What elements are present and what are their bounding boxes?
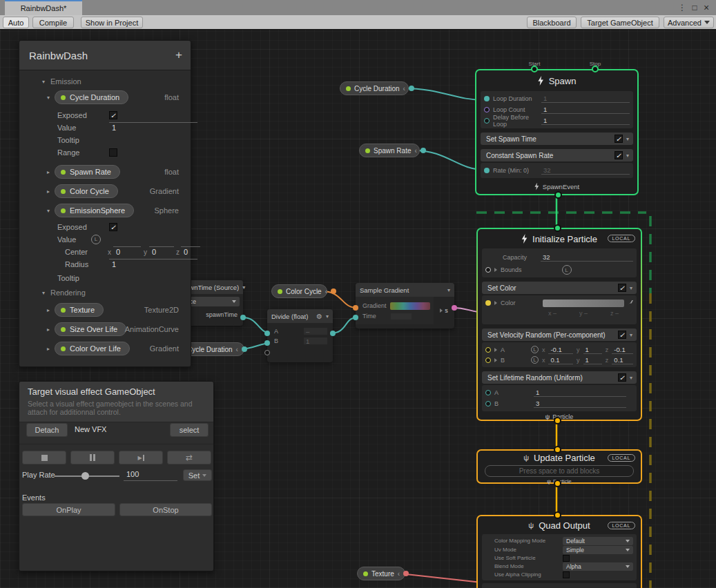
restart-button[interactable]: ⇄ bbox=[167, 451, 211, 464]
collapse-chevron-icon[interactable]: ▾ bbox=[447, 287, 450, 293]
param-pill[interactable]: Cycle Duration bbox=[55, 90, 128, 104]
set-color-chevron-icon[interactable]: ▾ bbox=[630, 285, 632, 291]
add-parameter-button[interactable]: + bbox=[175, 48, 182, 62]
stop-port[interactable] bbox=[592, 66, 599, 72]
gear-icon[interactable]: ⚙ bbox=[316, 313, 322, 320]
step-button[interactable]: ▶ bbox=[119, 451, 163, 464]
blackboard-toggle-button[interactable]: Blackboard bbox=[527, 17, 577, 28]
set-color-checkbox[interactable]: ✓ bbox=[618, 284, 626, 292]
velocity-b-link-icon[interactable]: L bbox=[531, 356, 539, 364]
pill-color-cycle[interactable]: Color Cycle ‹ bbox=[271, 284, 327, 298]
section-rendering[interactable]: ▾ Rendering bbox=[19, 288, 191, 297]
compile-button[interactable]: Compile bbox=[32, 17, 74, 28]
param-pill[interactable]: Color Cycle bbox=[55, 184, 118, 198]
pill-spawn-rate[interactable]: Spawn Rate ‹ bbox=[359, 144, 420, 157]
start-port[interactable] bbox=[531, 66, 538, 72]
delay-before-loop-field[interactable]: 1 bbox=[541, 117, 630, 125]
play-rate-value-field[interactable]: 100 bbox=[124, 470, 177, 481]
spawn-out-dot[interactable] bbox=[554, 191, 562, 199]
color-mapping-dropdown[interactable]: Default bbox=[563, 537, 633, 545]
lifetime-b-port[interactable] bbox=[485, 401, 491, 406]
velocity-b-x[interactable]: 0.1 bbox=[548, 356, 573, 364]
set-velocity-chevron-icon[interactable]: ▾ bbox=[630, 332, 632, 338]
loop-count-field[interactable]: 1 bbox=[541, 106, 630, 114]
param-chevron-icon[interactable]: ▾ bbox=[47, 95, 50, 101]
set-velocity-block[interactable]: Set Velocity Random (Per-component) ✓ ▾ bbox=[482, 329, 637, 341]
rate-port[interactable] bbox=[484, 168, 490, 173]
center-x-field[interactable]: 0 bbox=[113, 246, 141, 257]
set-spawn-time-chevron-icon[interactable]: ▾ bbox=[626, 136, 629, 142]
param-pill[interactable]: Color Over Life bbox=[55, 342, 130, 355]
velocity-b-y[interactable]: 1 bbox=[583, 356, 602, 364]
time-field[interactable] bbox=[391, 313, 412, 320]
range-checkbox[interactable] bbox=[109, 148, 117, 157]
section-chevron-icon[interactable]: ▾ bbox=[42, 79, 45, 85]
alpha-clipping-checkbox[interactable] bbox=[563, 571, 570, 578]
play-rate-slider-handle[interactable] bbox=[81, 472, 89, 480]
maximize-icon[interactable]: □ bbox=[690, 2, 699, 13]
update-in-dot[interactable] bbox=[554, 446, 561, 453]
gradient-input-port[interactable] bbox=[353, 305, 358, 311]
rate-field[interactable]: 32 bbox=[541, 166, 630, 175]
set-lifetime-block[interactable]: Set Lifetime Random (Uniform) ✓ ▾ bbox=[482, 371, 637, 384]
update-out-dot[interactable] bbox=[554, 480, 561, 487]
select-button[interactable]: select bbox=[170, 423, 209, 437]
gradient-preview-swatch[interactable] bbox=[390, 302, 430, 310]
pill-collapse-icon[interactable]: ‹ bbox=[403, 85, 405, 92]
pill-collapse-icon[interactable]: ‹ bbox=[414, 147, 416, 155]
param-pill[interactable]: EmissionSphere bbox=[55, 204, 134, 217]
param-chevron-icon[interactable]: ▸ bbox=[47, 346, 50, 352]
param-row-size-over-life[interactable]: ▸ Size Over Life AnimationCurve bbox=[19, 322, 191, 336]
update-particle-node[interactable]: ψ Update Particle LOCAL Press space to a… bbox=[476, 449, 642, 484]
bounds-link-icon[interactable]: L bbox=[562, 265, 572, 275]
onstop-button[interactable]: OnStop bbox=[119, 503, 212, 516]
param-pill[interactable]: Texture bbox=[55, 303, 104, 317]
color-gradient-field[interactable] bbox=[543, 300, 624, 307]
blackboard-header[interactable]: RainbwDash + bbox=[19, 41, 191, 70]
param-row-color-cycle[interactable]: ▸ Color Cycle Gradient bbox=[19, 184, 191, 198]
auto-button[interactable]: Auto bbox=[3, 17, 29, 28]
divide-b-port[interactable] bbox=[264, 340, 270, 346]
set-velocity-checkbox[interactable]: ✓ bbox=[618, 331, 626, 339]
pill-collapse-icon[interactable]: ‹ bbox=[398, 570, 400, 578]
color-expander-icon[interactable] bbox=[494, 301, 497, 305]
pill-output-port[interactable] bbox=[420, 148, 426, 153]
bounds-expander-icon[interactable] bbox=[494, 268, 497, 272]
set-color-block[interactable]: Set Color ✓ ▾ bbox=[482, 282, 637, 294]
delay-before-loop-port[interactable] bbox=[484, 118, 490, 124]
collapse-chevron-icon[interactable]: ▾ bbox=[326, 313, 329, 320]
pill-collapse-icon[interactable]: ‹ bbox=[236, 346, 238, 353]
spawntime-output-port[interactable] bbox=[240, 315, 246, 320]
pill-texture[interactable]: Texture ‹ bbox=[357, 567, 405, 580]
value-link-icon[interactable]: L bbox=[91, 235, 101, 244]
param-row-color-over-life[interactable]: ▸ Color Over Life Gradient bbox=[19, 342, 191, 355]
section-chevron-icon[interactable]: ▾ bbox=[42, 290, 45, 296]
section-emission[interactable]: ▾ Emission bbox=[19, 77, 191, 86]
velocity-a-link-icon[interactable]: L bbox=[531, 346, 539, 353]
lifetime-b-field[interactable]: 3 bbox=[534, 400, 626, 408]
param-chevron-icon[interactable]: ▸ bbox=[47, 169, 50, 175]
soft-particle-checkbox[interactable] bbox=[563, 555, 570, 562]
sample-gradient-node[interactable]: Sample Gradient ▾ Gradient Time s bbox=[356, 283, 454, 329]
param-row-texture[interactable]: ▸ Texture Texture2D bbox=[19, 303, 191, 317]
pill-collapse-icon[interactable]: ‹ bbox=[325, 288, 327, 295]
velocity-b-z[interactable]: 0.1 bbox=[612, 356, 633, 364]
divide-b-field[interactable]: 1 bbox=[304, 337, 327, 344]
collapse-chevron-icon[interactable]: ▾ bbox=[242, 284, 245, 291]
lifetime-a-port[interactable] bbox=[485, 390, 491, 395]
param-pill[interactable]: Size Over Life bbox=[55, 322, 126, 336]
uv-mode-dropdown[interactable]: Simple bbox=[563, 546, 633, 554]
constant-spawn-rate-block[interactable]: Constant Spawn Rate ✓ ▾ bbox=[481, 149, 633, 161]
set-lifetime-checkbox[interactable]: ✓ bbox=[618, 373, 626, 382]
velocity-a-y[interactable]: 1 bbox=[583, 346, 602, 354]
blend-mode-dropdown[interactable]: Alpha bbox=[563, 562, 633, 571]
bounds-port[interactable] bbox=[485, 267, 491, 273]
divide-node[interactable]: Divide (float) ⚙ ▾ A – B 1 bbox=[267, 309, 333, 362]
spawn-node[interactable]: Start Stop Spawn Loop Duration 1 Loop Co… bbox=[475, 69, 639, 195]
set-spawn-time-block[interactable]: Set Spawn Time ✓ ▾ bbox=[481, 133, 633, 145]
set-spawn-time-checkbox[interactable]: ✓ bbox=[615, 135, 623, 143]
set-button[interactable]: Set bbox=[183, 469, 212, 481]
value-field[interactable]: 1 bbox=[109, 122, 197, 133]
radius-field[interactable]: 1 bbox=[109, 259, 197, 270]
eyedropper-icon[interactable] bbox=[628, 300, 633, 306]
